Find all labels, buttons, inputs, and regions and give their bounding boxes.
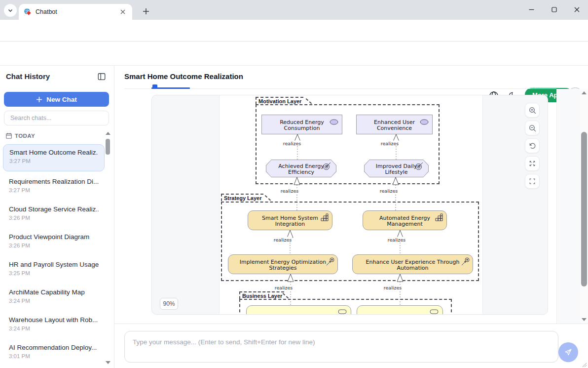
window-close-button[interactable] [565,0,588,19]
chat-item-title: ArchiMate Capability Map [9,288,99,296]
zoom-out-icon [528,124,537,132]
chevron-down-icon [7,7,13,13]
plus-icon [36,96,42,103]
window-maximize-button[interactable] [543,0,565,19]
business-node [357,305,443,315]
active-tab-indicator[interactable] [151,87,190,89]
chat-item-time: 3:25 PM [9,270,99,276]
chat-item-4[interactable]: HR and Payroll System Usage 3:25 PM [3,257,105,284]
capability-node: Smart Home System Integration [248,210,332,230]
capability-grid-icon [435,213,443,221]
course-of-action-node: Enhance User Experience Through Automati… [352,254,473,274]
window-controls [520,0,588,20]
sidebar-scroll-down-icon[interactable] [106,361,110,364]
collapse-sidebar-button[interactable] [97,72,106,81]
browser-tab-strip: Chatbot [0,0,588,20]
chat-item-6[interactable]: Warehouse Layout with Rob... 3:24 PM [3,312,105,339]
diagram-viewer-card: Motivation Layer Strategy Layer Business… [151,95,548,315]
messages-right-gutter [556,89,580,324]
outcome-bullseye-icon [323,162,331,170]
search-input[interactable] [4,111,109,125]
sidebar-title: Chat History [6,72,50,81]
chat-item-time: 3:26 PM [9,215,99,221]
chat-item-title: Warehouse Layout with Rob... [9,316,99,324]
outcome-node: Achieved Energy Efficiency [266,160,336,177]
group-label-business: Business Layer [239,291,284,299]
zoom-in-icon [528,106,537,115]
arrow-target-icon [326,257,334,266]
maximize-icon [551,7,557,12]
chat-item-time: 3:26 PM [9,243,99,248]
chat-item-1[interactable]: Requirements Realization Di... 3:27 PM [3,174,105,201]
chat-item-title: Cloud Storage Service Realiz... [9,205,99,213]
chat-item-5[interactable]: ArchiMate Capability Map 3:24 PM [3,285,105,312]
outcome-bullseye-icon [415,162,423,170]
chat-item-time: 3:24 PM [9,298,99,304]
expand-arrows-icon [528,160,536,167]
close-icon [574,7,580,12]
scroll-up-icon[interactable] [582,91,587,94]
new-tab-button[interactable] [140,5,152,18]
realizes-label: realizes [383,285,403,290]
realizes-label: realizes [282,141,302,146]
resize-grip-icon[interactable] [582,363,587,368]
message-input[interactable] [124,331,558,363]
chat-item-7[interactable]: AI Recommendation Deploy... 3:01 PM [3,340,105,367]
goal-oval-icon [420,119,429,125]
realizes-label: realizes [387,237,406,243]
capability-node: Automated Energy Management [363,210,447,230]
outcome-node: Improved Daily Lifestyle [364,160,429,177]
course-of-action-node: Implement Energy Optimization Strategies [228,254,338,274]
section-header-today: TODAY [15,133,35,139]
plus-icon [143,8,149,15]
chat-item-title: Requirements Realization Di... [9,178,99,185]
tab-close-button[interactable] [118,7,127,16]
calendar-icon [5,132,12,139]
goal-node: Enhanced User Convenience [356,115,433,134]
zoom-out-button[interactable] [525,121,540,135]
chat-item-3[interactable]: Product Viewpoint Diagram 3:26 PM [3,229,105,256]
capability-grid-icon [321,213,329,221]
tab-search-chevron-button[interactable] [4,4,17,17]
messages-scrollbar-thumb[interactable] [581,132,587,286]
conversation-title: Smart Home Outcome Realization [124,72,243,81]
realizes-label: realizes [380,141,400,146]
tab-title: Chatbot [36,8,118,15]
business-node [246,305,351,315]
chat-item-time: 3:01 PM [9,353,99,359]
app-header: Chatbot Powered by Visual Paradigm More … [0,41,588,66]
goal-oval-icon [330,119,338,125]
new-chat-button[interactable]: New Chat [4,92,109,107]
goal-node: Reduced Energy Consumption [261,115,342,134]
browser-tab[interactable]: Chatbot [19,4,132,20]
chat-item-title: AI Recommendation Deploy... [9,344,99,351]
sidebar-scroll-up-icon[interactable] [106,132,110,135]
site-favicon [24,8,32,16]
minimize-icon [529,7,534,12]
business-service-icon [338,309,347,314]
window-minimize-button[interactable] [520,0,543,19]
realizes-label: realizes [274,285,294,290]
fit-to-screen-button[interactable] [525,156,540,171]
fullscreen-button[interactable] [525,174,540,189]
close-icon [120,9,125,14]
sidebar-scrollbar-thumb[interactable] [106,139,110,155]
panel-collapse-icon [97,72,106,81]
scroll-down-icon[interactable] [582,318,587,321]
realizes-label: realizes [280,188,299,194]
send-plane-icon [564,348,573,357]
business-service-icon [430,309,439,314]
send-button[interactable] [558,342,578,362]
chat-item-2[interactable]: Cloud Storage Service Realiz... 3:26 PM [3,202,105,229]
chat-item-title: Smart Home Outcome Realiz... [9,149,98,156]
realizes-label: realizes [273,237,293,243]
chat-item-time: 3:24 PM [9,326,99,331]
fullscreen-brackets-icon [528,177,536,185]
reset-view-button[interactable] [525,138,540,153]
reset-rotate-icon [528,142,537,150]
zoom-in-button[interactable] [525,103,540,118]
chat-item-title: Product Viewpoint Diagram [9,233,99,241]
chat-item-0[interactable]: Smart Home Outcome Realiz... 3:27 PM [3,144,105,171]
browser-toolbar: ai-toolbox.visual-paradigm.com/app/chatb… [0,20,588,41]
chat-item-time: 3:27 PM [9,158,98,164]
